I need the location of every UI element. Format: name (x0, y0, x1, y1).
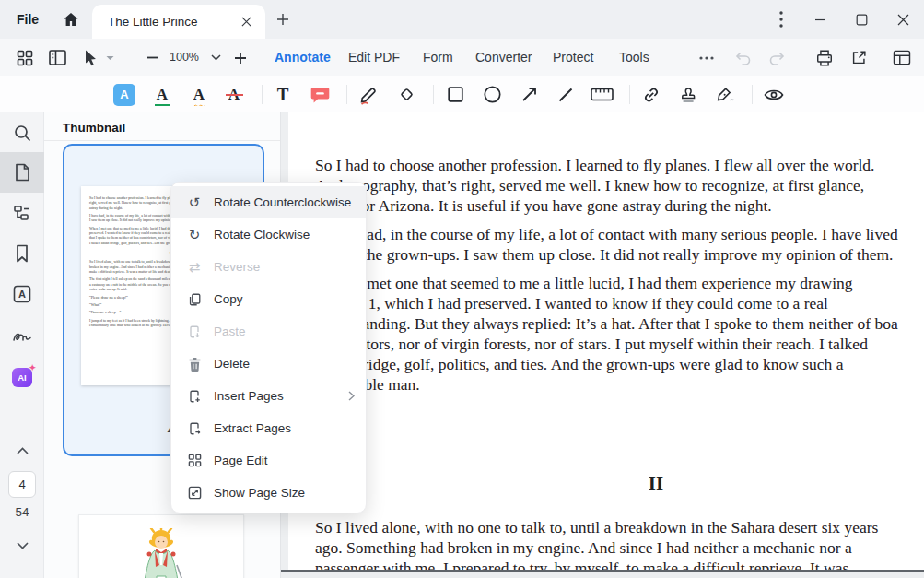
maximize-button[interactable] (848, 6, 875, 32)
menu-item-rotate-clockwise[interactable]: ↻ Rotate Clockwise (171, 218, 366, 251)
menu-item-copy[interactable]: Copy (171, 283, 366, 315)
file-menu[interactable]: File (17, 0, 39, 39)
next-page-button[interactable] (0, 525, 44, 566)
thumbnail-page-5[interactable] (78, 514, 244, 578)
show-annotations-tool[interactable] (761, 82, 787, 107)
panel-layout-button[interactable] (45, 46, 69, 69)
menu-item-show-page-size[interactable]: Show Page Size (171, 477, 366, 509)
text-box-tool[interactable]: T (270, 82, 296, 107)
sidebar-item-bookmarks[interactable] (0, 233, 44, 274)
tab-converter[interactable]: Converter (475, 39, 532, 76)
menu-item-extract-pages[interactable]: Extract Pages (171, 412, 366, 444)
strikethrough-icon: A (228, 87, 240, 102)
strikethrough-tool[interactable]: A (221, 82, 247, 107)
close-window-button[interactable] (889, 6, 917, 32)
search-icon (14, 124, 31, 142)
annotation-toolbar: A A A A T (0, 76, 924, 112)
previous-page-button[interactable] (0, 431, 44, 471)
select-cursor-button[interactable] (78, 46, 102, 69)
text-line: I have had, in the course of my life, a … (315, 224, 924, 244)
undo-button[interactable] (731, 46, 755, 69)
stamp-tool[interactable] (675, 82, 701, 107)
menu-item-insert-pages[interactable]: Insert Pages (171, 380, 366, 412)
arrow-tool[interactable] (516, 82, 542, 107)
pencil-tool[interactable] (356, 82, 381, 107)
page-edit-icon (185, 453, 204, 469)
zoom-out-button[interactable] (140, 46, 164, 69)
eye-icon (764, 88, 784, 102)
paragraph: So I had to choose another profession. I… (315, 155, 924, 216)
menu-item-reverse[interactable]: ⇄ Reverse (171, 251, 366, 283)
text-line: constrictors, nor of virgin forests, nor… (315, 334, 924, 354)
link-tool[interactable] (638, 82, 664, 107)
sidebar-item-page-thumbnails[interactable] (0, 152, 44, 193)
horizontal-scrollbar[interactable] (281, 570, 924, 578)
tab-tools[interactable]: Tools (619, 39, 649, 76)
text-line: So I lived alone, with no one to talk to… (315, 517, 924, 537)
tab-edit-pdf[interactable]: Edit PDF (348, 39, 400, 76)
sidebar-item-search[interactable] (0, 112, 44, 153)
rotate-cw-icon: ↻ (185, 227, 204, 243)
menu-item-delete[interactable]: Delete (171, 348, 366, 380)
tab-protect[interactable]: Protect (553, 39, 593, 76)
total-pages-label: 54 (0, 505, 44, 519)
zoom-level[interactable]: 100% (166, 39, 203, 76)
minimize-button[interactable] (806, 6, 834, 32)
submenu-chevron-icon (348, 391, 355, 401)
menu-item-rotate-counterclockwise[interactable]: ↺ Rotate Counterclockwise (171, 186, 366, 218)
titlebar-kebab-menu[interactable] (771, 8, 791, 30)
squiggly-underline-icon: A (193, 87, 205, 102)
grid-view-button[interactable] (13, 46, 37, 69)
share-export-button[interactable] (847, 46, 871, 69)
tab-close-button[interactable] (236, 12, 256, 32)
underline-icon: A (157, 87, 168, 102)
zoom-dropdown-chevron[interactable] (204, 46, 228, 69)
more-tools-ellipsis[interactable] (695, 46, 719, 69)
trash-icon (185, 356, 204, 372)
outline-icon (13, 205, 31, 221)
highlight-icon: A (113, 84, 135, 106)
sidebar-item-signatures[interactable] (0, 315, 44, 356)
highlight-tool[interactable]: A (111, 82, 137, 107)
menu-item-page-edit[interactable]: Page Edit (171, 444, 366, 477)
sidebar-item-annotations[interactable]: A (0, 274, 44, 314)
ai-assistant-icon: AI✦ (12, 368, 32, 387)
text-line: about bridge, golf, politics, and ties. … (315, 354, 924, 374)
text-line: number 1, which I had preserved. I wante… (315, 293, 924, 313)
home-button[interactable] (59, 8, 83, 30)
page-layout-button[interactable] (890, 46, 914, 69)
document-tab[interactable]: The Little Prince (92, 5, 265, 39)
current-page-input[interactable]: 4 (8, 471, 36, 498)
squiggly-underline-tool[interactable]: A (186, 82, 212, 107)
comment-tool[interactable] (307, 82, 333, 107)
eraser-tool[interactable] (393, 82, 419, 107)
rectangle-tool[interactable] (442, 82, 468, 107)
measure-tool[interactable] (589, 82, 614, 107)
title-bar: File The Little Prince (0, 0, 924, 39)
sidebar-item-outline[interactable] (0, 193, 44, 233)
line-tool[interactable] (553, 82, 579, 107)
menu-item-paste[interactable]: Paste (171, 315, 366, 348)
eraser-icon (397, 85, 416, 104)
paste-icon (185, 324, 204, 340)
tab-annotate[interactable]: Annotate (275, 39, 331, 76)
sidebar-item-ai-assistant[interactable]: AI✦ (0, 357, 44, 397)
annotation-list-icon: A (13, 285, 31, 303)
rotate-ccw-icon: ↺ (185, 195, 204, 211)
redo-button[interactable] (765, 46, 789, 69)
print-button[interactable] (813, 46, 836, 69)
underline-tool[interactable]: A (149, 82, 175, 107)
pencil-icon (358, 85, 379, 105)
link-icon (642, 86, 661, 104)
navigation-sidebar: A AI✦ 4 54 (0, 112, 44, 578)
new-tab-button[interactable] (273, 9, 293, 29)
pdf-page[interactable]: So I had to choose another profession. I… (288, 112, 924, 570)
ellipse-tool[interactable] (479, 82, 505, 107)
tab-form[interactable]: Form (423, 39, 453, 76)
cursor-dropdown-caret[interactable] (101, 46, 118, 69)
bookmark-icon (15, 244, 29, 263)
text-line: passenger with me, I prepared to try, by… (315, 558, 924, 570)
signature-tool[interactable] (712, 82, 738, 107)
zoom-in-button[interactable] (228, 46, 252, 69)
text-line: reasonable man. (315, 374, 924, 395)
